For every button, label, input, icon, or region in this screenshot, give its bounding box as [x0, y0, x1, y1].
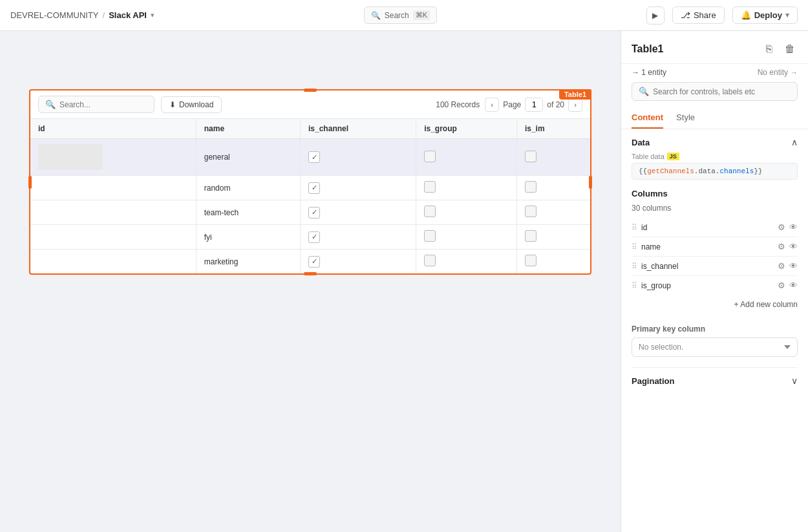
cell-name: team-tech: [196, 200, 300, 225]
checkbox-is-im[interactable]: [525, 206, 537, 217]
column-settings-icon[interactable]: ⚙: [778, 261, 785, 271]
column-visibility-icon[interactable]: 👁: [789, 222, 798, 232]
download-button[interactable]: ⬇ Download: [161, 96, 222, 113]
resize-handle-top[interactable]: [304, 89, 317, 92]
deploy-button[interactable]: 🔔 Deploy ▾: [732, 6, 798, 24]
id-placeholder: [38, 144, 103, 170]
checkmark-icon: ✓: [312, 233, 317, 241]
checkbox-is-im[interactable]: [525, 181, 537, 193]
resize-handle-left[interactable]: [28, 176, 32, 189]
page-label: Page: [503, 100, 521, 109]
resize-handle-bottom[interactable]: [304, 272, 317, 275]
share-button[interactable]: ⎇ Share: [672, 6, 725, 24]
entity-arrow-right: →: [791, 69, 798, 76]
table-data-label: Table data JS: [632, 153, 798, 160]
search-label: Search: [385, 11, 409, 20]
page-name: Slack API: [109, 10, 147, 20]
checkbox-is-channel[interactable]: ✓: [308, 151, 320, 163]
tab-content[interactable]: Content: [632, 107, 663, 129]
table-row[interactable]: general✓: [30, 139, 590, 176]
column-visibility-icon[interactable]: 👁: [789, 281, 798, 290]
drag-handle-icon[interactable]: ⠿: [632, 223, 637, 232]
table-toolbar: 🔍 ⬇ Download 100 Records ‹ Page of 2: [30, 90, 590, 119]
table-widget-label: Table1: [559, 89, 591, 100]
table-row[interactable]: marketing✓: [30, 250, 590, 274]
prev-page-button[interactable]: ‹: [485, 98, 499, 112]
column-item: ⠿ is_group ⚙ 👁: [632, 276, 798, 295]
checkbox-is-channel[interactable]: ✓: [308, 256, 320, 268]
col-header-is-group: is_group: [416, 119, 517, 139]
resize-handle-right[interactable]: [589, 176, 592, 189]
column-settings-icon[interactable]: ⚙: [778, 222, 785, 232]
page-input[interactable]: [525, 98, 543, 112]
column-settings-icon[interactable]: ⚙: [778, 281, 785, 290]
cell-name: random: [196, 176, 300, 200]
global-search-button[interactable]: 🔍 Search ⌘K: [364, 6, 437, 24]
add-column-label: + Add new column: [734, 300, 798, 309]
panel-tabs: Content Style: [621, 107, 808, 129]
checkbox-is-group[interactable]: [424, 230, 436, 242]
checkbox-is-group[interactable]: [424, 255, 436, 266]
pagination-header[interactable]: Pagination ∨: [632, 376, 798, 386]
checkbox-is-channel[interactable]: ✓: [308, 207, 320, 218]
column-left: ⠿ id: [632, 223, 647, 232]
checkbox-is-im[interactable]: [525, 230, 537, 242]
entity-right-tag[interactable]: No entity →: [758, 68, 798, 77]
data-section-toggle[interactable]: ∧: [791, 137, 798, 147]
table-row[interactable]: random✓: [30, 176, 590, 200]
table-widget[interactable]: Table1 🔍 ⬇ Download: [29, 89, 591, 275]
column-actions: ⚙ 👁: [778, 281, 798, 290]
breadcrumb-chevron[interactable]: ▾: [151, 11, 154, 19]
table-widget-container: Table1 🔍 ⬇ Download: [13, 70, 608, 519]
col-header-id: id: [30, 119, 196, 139]
col-header-is-im: is_im: [516, 119, 590, 139]
js-badge: JS: [667, 153, 679, 160]
topbar: DEVREL-COMMUNITY / Slack API ▾ 🔍 Search …: [0, 0, 808, 31]
column-name: name: [641, 242, 661, 251]
checkbox-is-group[interactable]: [424, 151, 436, 162]
column-name: id: [641, 223, 647, 232]
panel-header: Table1 ⎘ 🗑: [621, 31, 808, 64]
primary-key-select[interactable]: No selection.: [632, 337, 798, 357]
cell-id: [30, 250, 196, 274]
drag-handle-icon[interactable]: ⠿: [632, 242, 637, 251]
delete-icon[interactable]: 🗑: [782, 41, 798, 57]
table-row[interactable]: team-tech✓: [30, 200, 590, 225]
copy-icon[interactable]: ⎘: [761, 41, 777, 57]
panel-title: Table1: [632, 43, 664, 55]
entity-left-tag[interactable]: → 1 entity: [632, 68, 666, 77]
primary-key-label: Primary key column: [632, 325, 798, 334]
cell-is-group: [416, 200, 517, 225]
search-input[interactable]: [59, 100, 147, 109]
panel-search-input[interactable]: [653, 87, 791, 96]
column-visibility-icon[interactable]: 👁: [789, 242, 798, 251]
drag-handle-icon[interactable]: ⠿: [632, 262, 637, 271]
table-search-box[interactable]: 🔍: [38, 96, 154, 113]
column-settings-icon[interactable]: ⚙: [778, 242, 785, 251]
panel-search-box[interactable]: 🔍: [632, 82, 798, 101]
checkbox-is-channel[interactable]: ✓: [308, 182, 320, 194]
drag-handle-icon[interactable]: ⠿: [632, 281, 637, 290]
checkmark-icon: ✓: [312, 184, 317, 192]
columns-section: Columns 30 columns ⠿ id ⚙ 👁 ⠿ name ⚙ 👁: [632, 189, 798, 314]
checkbox-is-im[interactable]: [525, 255, 537, 266]
column-actions: ⚙ 👁: [778, 242, 798, 251]
tab-style[interactable]: Style: [676, 107, 695, 129]
table-row[interactable]: fyi✓: [30, 225, 590, 250]
column-left: ⠿ is_channel: [632, 262, 678, 271]
cell-is-channel: ✓: [301, 225, 416, 250]
cell-is-channel: ✓: [301, 176, 416, 200]
cell-is-group: [416, 225, 517, 250]
checkbox-is-channel[interactable]: ✓: [308, 231, 320, 243]
checkbox-is-group[interactable]: [424, 181, 436, 193]
column-visibility-icon[interactable]: 👁: [789, 261, 798, 271]
page-of: of 20: [547, 100, 564, 109]
checkbox-is-group[interactable]: [424, 206, 436, 217]
checkbox-is-im[interactable]: [525, 151, 537, 162]
panel-header-icons: ⎘ 🗑: [761, 41, 798, 57]
cell-id: [30, 176, 196, 200]
run-button[interactable]: ▶: [646, 6, 664, 25]
pagination-chevron-icon: ∨: [791, 376, 798, 386]
add-column-button[interactable]: + Add new column: [632, 295, 798, 314]
column-actions: ⚙ 👁: [778, 222, 798, 232]
